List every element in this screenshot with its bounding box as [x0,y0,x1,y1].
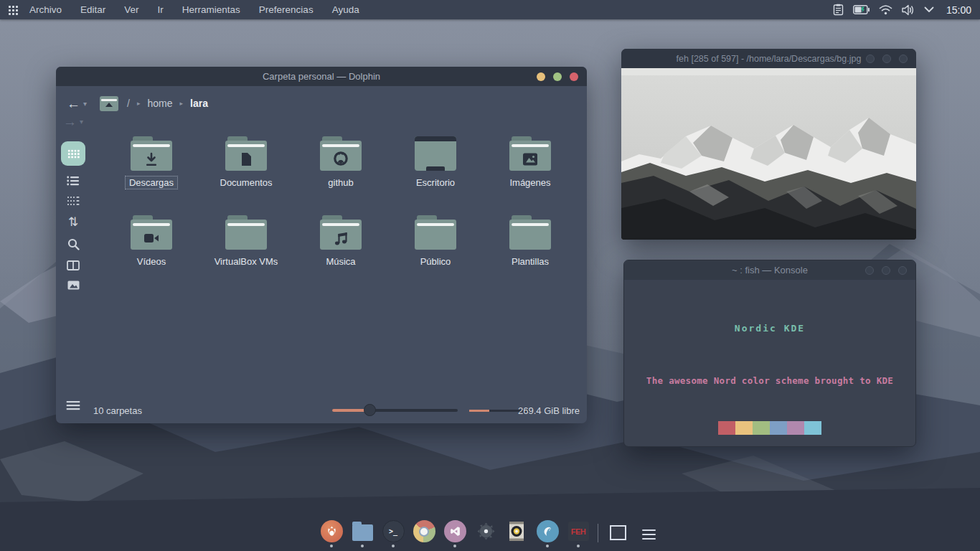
menu-ayuda[interactable]: Ayuda [332,4,359,15]
close-button[interactable] [570,72,578,81]
breadcrumb-lara[interactable]: lara [190,98,208,109]
dock-show-desktop[interactable] [606,520,629,547]
dock-feh[interactable]: FEH [567,520,590,547]
minimize-button[interactable] [866,55,875,63]
terminal-output[interactable]: Nordic KDE The awesome Nord color scheme… [624,280,915,446]
menu-ver[interactable]: Ver [124,4,138,15]
minimize-button[interactable] [537,72,545,81]
close-button[interactable] [899,55,908,63]
dock-firefox[interactable] [320,520,343,547]
desktop-icon [415,136,456,171]
terminal-heading: Nordic KDE [624,323,915,334]
minimize-button[interactable] [865,266,874,275]
running-indicator [453,545,456,547]
chevron-down-icon[interactable] [924,6,934,13]
document-glyph [225,147,267,171]
folder-github[interactable]: github [293,131,388,209]
running-indicator [546,545,549,547]
breadcrumb-home[interactable]: home [147,98,172,109]
folder-label: VirtualBox VMs [210,255,283,268]
terminal-subtitle: The awesome Nord color scheme brought to… [624,375,915,386]
dock-menu[interactable] [637,520,660,547]
folder-plantillas[interactable]: Plantillas [483,209,578,288]
folder-label: Público [416,255,456,268]
dolphin-title: Carpeta personal — Dolphin [263,71,380,82]
dock-code[interactable] [443,520,466,547]
preview-button[interactable] [67,281,80,290]
zoom-slider-knob[interactable] [364,404,376,416]
menu-editar[interactable]: Editar [80,4,105,15]
folder-icon-image [509,136,551,171]
app-grid-icon[interactable] [8,5,18,15]
code-icon [444,520,466,542]
back-icon[interactable]: ← [67,97,80,110]
konsole-window-controls [865,260,907,280]
compact-view-button[interactable] [67,176,80,186]
forward-icon[interactable]: → [63,115,77,128]
dock-chromium[interactable] [413,520,435,547]
menu-preferencias[interactable]: Preferencias [259,4,314,15]
dock-file-manager[interactable] [351,520,374,547]
dock-media-player[interactable] [505,520,528,547]
clock[interactable]: 15:00 [946,4,971,16]
video-glyph [131,226,172,250]
menu-herramientas[interactable]: Herramientas [182,4,240,15]
folder-icon-github [320,136,362,171]
folder-virtualbox-vms[interactable]: VirtualBox VMs [199,209,293,288]
home-folder-icon[interactable] [100,96,118,111]
folder-label: github [324,176,357,189]
folder-videos[interactable]: Vídeos [104,209,199,288]
close-button[interactable] [898,266,907,275]
folder-icon-music [320,215,362,250]
folder-imagenes[interactable]: Imágenes [483,131,578,209]
wifi-icon[interactable] [879,4,892,15]
forward-history-caret-icon: ▾ [80,118,83,126]
folder-escritorio[interactable]: Escritorio [388,131,483,209]
free-space: 269.4 GiB libre [518,405,580,416]
search-icon [67,238,80,250]
maximize-button[interactable] [882,266,890,275]
folder-label: Plantillas [507,255,553,268]
dock-browser[interactable] [536,520,559,547]
breadcrumb-root[interactable]: / [127,98,130,109]
maximize-button[interactable] [882,55,891,63]
maximize-button[interactable] [553,72,562,81]
hamburger-icon [67,401,80,410]
details-view-icon [67,196,80,206]
global-menu: Archivo Editar Ver Ir Herramientas Prefe… [29,4,359,15]
github-glyph [320,147,362,171]
folder-publico[interactable]: Público [388,209,483,288]
feh-window: feh [285 of 597] - /home/lara/Descargas/… [621,49,916,240]
split-view-button[interactable] [67,260,80,270]
folder-musica[interactable]: Música [293,209,388,288]
system-tray: 15:00 [833,4,980,16]
folder-label: Imágenes [505,176,555,189]
palette-swatch-blue [770,421,787,435]
show-desktop-icon [607,520,629,542]
konsole-title: ~ : fish — Konsole [732,265,808,276]
battery-icon[interactable] [853,5,870,14]
running-indicator [361,545,364,547]
dock-terminal[interactable]: >_ [382,520,405,547]
folder-documentos[interactable]: Documentos [199,131,293,209]
back-history-caret-icon[interactable]: ▾ [83,100,87,108]
details-view-button[interactable] [67,196,80,206]
clipboard-icon[interactable] [833,4,844,16]
zoom-slider[interactable] [332,409,458,412]
menu-archivo[interactable]: Archivo [29,4,62,15]
sort-button[interactable]: ⇅ [68,216,78,228]
dock-settings[interactable] [474,520,497,547]
dolphin-menu-button[interactable] [67,400,80,413]
folder-count: 10 carpetas [93,405,142,416]
feh-titlebar[interactable]: feh [285 of 597] - /home/lara/Descargas/… [621,49,916,68]
dolphin-titlebar[interactable]: Carpeta personal — Dolphin [56,67,587,86]
folder-descargas[interactable]: Descargas [104,131,199,209]
search-button[interactable] [67,238,80,250]
volume-icon[interactable] [902,4,915,16]
icons-view-button[interactable] [61,141,85,166]
folder-icon-plain [225,215,267,250]
folder-label: Escritorio [412,176,459,189]
menu-ir[interactable]: Ir [158,4,164,15]
konsole-titlebar[interactable]: ~ : fish — Konsole [624,260,915,280]
palette-swatch-green [753,421,770,435]
